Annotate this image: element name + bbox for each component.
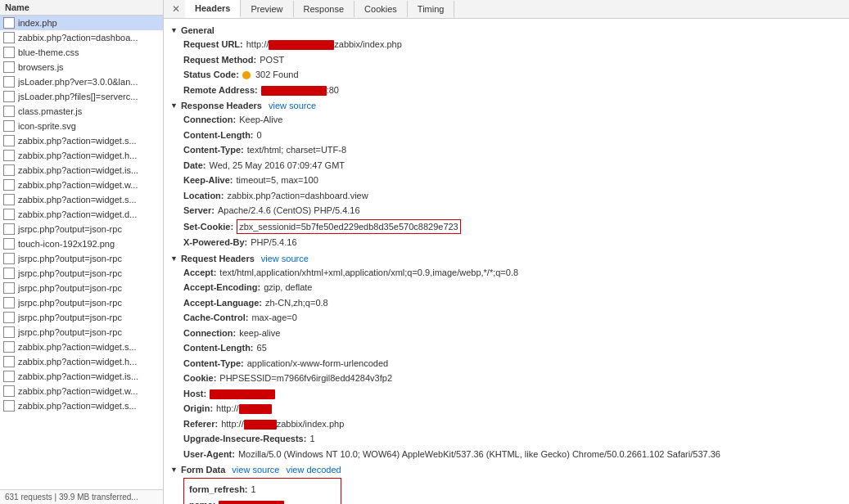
file-name: jsrpc.php?output=json-rpc — [18, 313, 122, 322]
file-item[interactable]: zabbix.php?action=widget.h... — [0, 148, 163, 163]
file-icon — [3, 164, 15, 176]
file-name: jsLoader.php?ver=3.0.0&lan... — [18, 77, 138, 87]
file-icon — [3, 17, 15, 29]
file-name: class.pmaster.js — [18, 106, 82, 116]
rh-x-powered-by: X-Powered-By: PHP/5.4.16 — [183, 235, 842, 250]
request-url-label: Request URL: — [183, 38, 243, 52]
rh-content-length: Content-Length: 0 — [183, 128, 842, 143]
tab-preview[interactable]: Preview — [241, 1, 293, 17]
file-item[interactable]: icon-sprite.svg — [0, 119, 163, 133]
file-icon — [3, 326, 15, 338]
status-dot-icon — [242, 71, 251, 79]
file-item[interactable]: browsers.js — [0, 60, 163, 74]
file-item[interactable]: zabbix.php?action=widget.is... — [0, 369, 163, 384]
file-item[interactable]: jsrpc.php?output=json-rpc — [0, 266, 163, 281]
reqh-cache-control: Cache-Control: max-age=0 — [183, 310, 842, 326]
reqh-upgrade-insecure: Upgrade-Insecure-Requests: 1 — [183, 431, 842, 447]
request-headers-content: Accept: text/html,application/xhtml+xml,… — [170, 265, 842, 462]
file-item[interactable]: zabbix.php?action=widget.s... — [0, 192, 163, 207]
file-item[interactable]: blue-theme.css — [0, 45, 163, 60]
file-item[interactable]: jsrpc.php?output=json-rpc — [0, 310, 163, 325]
file-name: zabbix.php?action=widget.s... — [18, 342, 137, 352]
file-list[interactable]: index.phpzabbix.php?action=dashboa...blu… — [0, 16, 163, 489]
tab-response[interactable]: Response — [294, 1, 355, 17]
file-name: zabbix.php?action=widget.h... — [18, 151, 137, 160]
tabs-bar: ✕ HeadersPreviewResponseCookiesTiming — [164, 0, 849, 19]
file-name: jsrpc.php?output=json-rpc — [18, 224, 122, 234]
cookie-value-highlight: zbx_sessionid=5b7fe50ed229edb8d35e570c88… — [237, 219, 461, 235]
file-item[interactable]: zabbix.php?action=widget.h... — [0, 354, 163, 369]
file-item[interactable]: jsrpc.php?output=json-rpc — [0, 281, 163, 295]
file-item[interactable]: jsLoader.php?files[]=serverc... — [0, 89, 163, 104]
file-name: zabbix.php?action=widget.s... — [18, 195, 137, 205]
file-item[interactable]: zabbix.php?action=widget.s... — [0, 340, 163, 354]
request-method-label: Request Method: — [183, 53, 256, 67]
file-name: blue-theme.css — [18, 47, 79, 57]
fd-name: name: — [189, 497, 336, 505]
file-item[interactable]: zabbix.php?action=dashboa... — [0, 30, 163, 45]
file-icon — [3, 194, 15, 205]
file-item[interactable]: jsLoader.php?ver=3.0.0&lan... — [0, 74, 163, 89]
reqh-referer: Referer: http:// zabbix/index.php — [183, 416, 842, 432]
status-code-label: Status Code: — [183, 68, 239, 82]
file-icon — [3, 341, 15, 353]
collapse-triangle-response-headers: ▼ — [170, 101, 178, 110]
file-item[interactable]: class.pmaster.js — [0, 104, 163, 119]
reqh-origin: Origin: http:// — [183, 401, 842, 416]
file-name: zabbix.php?action=widget.s... — [18, 401, 137, 411]
file-icon — [3, 238, 15, 250]
file-item[interactable]: zabbix.php?action=widget.d... — [0, 207, 163, 222]
view-source-form-data[interactable]: view source — [232, 465, 279, 475]
status-code-row: Status Code: 302 Found — [183, 67, 842, 83]
file-item[interactable]: zabbix.php?action=widget.w... — [0, 178, 163, 192]
file-icon — [3, 106, 15, 117]
view-decoded-form-data[interactable]: view decoded — [286, 465, 341, 475]
request-method-value: POST — [260, 53, 284, 67]
file-icon — [3, 400, 15, 412]
content-area: ▼ General Request URL: http:// zabbix/in… — [164, 19, 849, 504]
reqh-user-agent: User-Agent: Mozilla/5.0 (Windows NT 10.0… — [183, 447, 842, 462]
tab-headers[interactable]: Headers — [185, 0, 241, 18]
file-name: index.php — [18, 18, 57, 28]
remote-address-value: :80 — [261, 83, 339, 97]
file-item[interactable]: jsrpc.php?output=json-rpc — [0, 222, 163, 236]
file-name: icon-sprite.svg — [18, 121, 76, 131]
file-item[interactable]: jsrpc.php?output=json-rpc — [0, 325, 163, 340]
rh-content-type: Content-Type: text/html; charset=UTF-8 — [183, 142, 842, 158]
file-icon — [3, 356, 15, 367]
file-icon — [3, 76, 15, 88]
file-name: zabbix.php?action=widget.w... — [18, 180, 138, 190]
reqh-content-type: Content-Type: application/x-www-form-url… — [183, 356, 842, 371]
view-source-response-headers[interactable]: view source — [269, 101, 316, 110]
file-name: browsers.js — [18, 62, 64, 72]
status-code-value: 302 Found — [242, 68, 299, 82]
close-button[interactable]: ✕ — [167, 2, 185, 16]
response-headers-section-header[interactable]: ▼ Response Headers view source — [170, 101, 842, 110]
general-content: Request URL: http:// zabbix/index.php Re… — [170, 37, 842, 97]
file-item[interactable]: index.php — [0, 16, 163, 30]
file-icon — [3, 61, 15, 73]
tab-cookies[interactable]: Cookies — [355, 1, 408, 17]
request-headers-section-header[interactable]: ▼ Request Headers view source — [170, 254, 842, 263]
file-name: jsrpc.php?output=json-rpc — [18, 268, 122, 278]
file-item[interactable]: touch-icon-192x192.png — [0, 236, 163, 251]
file-item[interactable]: zabbix.php?action=widget.w... — [0, 384, 163, 398]
file-icon — [3, 150, 15, 161]
tab-timing[interactable]: Timing — [408, 1, 455, 17]
file-item[interactable]: jsrpc.php?output=json-rpc — [0, 251, 163, 266]
origin-redacted — [239, 404, 272, 414]
form-data-content: form_refresh: 1 name: password: enter: S… — [170, 476, 842, 504]
file-item[interactable]: zabbix.php?action=widget.is... — [0, 163, 163, 178]
file-name: zabbix.php?action=dashboa... — [18, 33, 138, 43]
file-icon — [3, 253, 15, 264]
reqh-accept: Accept: text/html,application/xhtml+xml,… — [183, 265, 842, 281]
file-icon — [3, 209, 15, 220]
form-data-section-header[interactable]: ▼ Form Data view source view decoded — [170, 465, 842, 475]
file-item[interactable]: zabbix.php?action=widget.s... — [0, 398, 163, 413]
file-item[interactable]: zabbix.php?action=widget.s... — [0, 133, 163, 148]
url-redacted — [269, 40, 334, 50]
general-section-header[interactable]: ▼ General — [170, 25, 842, 35]
collapse-triangle-general: ▼ — [170, 26, 178, 34]
view-source-request-headers[interactable]: view source — [261, 254, 309, 263]
file-item[interactable]: jsrpc.php?output=json-rpc — [0, 295, 163, 310]
